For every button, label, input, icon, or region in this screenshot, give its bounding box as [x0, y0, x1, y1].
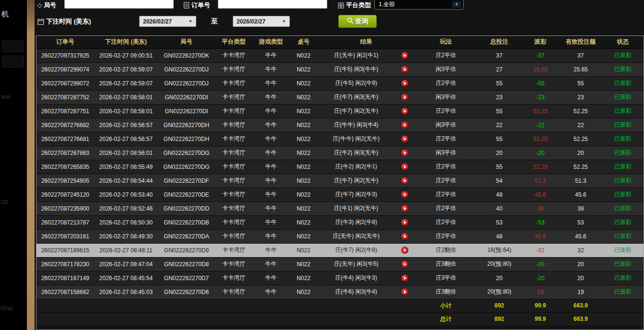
play-video-icon[interactable] — [401, 52, 408, 59]
table-row[interactable]: 260227087299072 2026-02-27 08:59:07 GN02… — [36, 76, 644, 90]
play-video-icon[interactable] — [401, 274, 408, 282]
table-row[interactable]: 260227097317925 2026-02-27 09:00:51 GN02… — [36, 48, 644, 62]
cell-order-id: 260227087245120 — [36, 188, 94, 201]
cell-status: 已派彩 — [602, 118, 644, 132]
play-video-icon[interactable] — [401, 135, 408, 142]
round-number-input[interactable] — [64, 0, 174, 9]
col-header-round-id: 局号 — [158, 36, 215, 48]
play-video-icon[interactable] — [401, 80, 408, 87]
cell-game-type: 牛牛 — [252, 76, 289, 90]
table-summary: 小计 892 99.9 663.9 总计 892 99.9 663.9 — [36, 299, 644, 326]
cell-play-video — [394, 118, 415, 132]
background-artifact: 牛M — [1, 94, 10, 101]
play-video-icon[interactable] — [401, 205, 408, 212]
table-row[interactable]: 260227087235900 2026-02-27 08:52:46 GN02… — [36, 201, 644, 215]
play-video-icon[interactable] — [401, 107, 408, 115]
cell-valid-bet: 52.25 — [559, 160, 602, 174]
cell-payout: -20 — [522, 257, 559, 271]
search-icon — [347, 17, 354, 25]
col-header-table-no: 桌号 — [289, 36, 318, 48]
cell-table-no: N022 — [289, 48, 318, 62]
table-row[interactable]: 260227087254905 2026-02-27 08:54:44 GN02… — [36, 174, 644, 188]
cell-bet-time: 2026-02-27 08:54:44 — [94, 174, 158, 188]
table-row[interactable]: 260227087267863 2026-02-27 08:56:01 GN02… — [36, 146, 644, 160]
cell-valid-bet: 52.25 — [559, 104, 602, 118]
play-video-icon[interactable] — [401, 233, 408, 240]
cell-bet-time: 2026-02-27 08:55:49 — [94, 160, 158, 174]
platform-type-select[interactable]: 1.全部 ▼ — [374, 0, 464, 10]
sidebar-menu-item[interactable] — [2, 40, 24, 52]
date-to-picker[interactable]: 2026/02/27 ▼ — [233, 16, 290, 27]
cell-result: 庄(牛3) 闲2(牛8) — [318, 215, 394, 229]
cell-table-no: N022 — [289, 271, 318, 285]
cell-result: 庄(牛7) 闲2(无牛) — [318, 174, 394, 188]
table-row[interactable]: 260227087189615 2026-02-27 08:48:11 GN02… — [36, 243, 644, 257]
play-video-icon[interactable] — [401, 66, 408, 73]
play-video-icon[interactable] — [401, 121, 408, 129]
cell-status: 已派彩 — [602, 285, 644, 299]
cell-bet-time: 2026-02-27 08:56:57 — [94, 118, 158, 132]
order-number-label: 订单号 — [183, 1, 210, 10]
cell-play-video — [394, 201, 415, 215]
chevron-down-icon: ▼ — [282, 19, 286, 24]
table-row[interactable]: 260227087158662 2026-02-27 08:45:03 GN02… — [36, 285, 644, 299]
cell-payout: 25.65 — [522, 62, 559, 76]
cell-total-bet: 55 — [477, 132, 522, 146]
col-header-game-type: 游戏类型 — [252, 36, 289, 48]
play-video-icon[interactable] — [401, 191, 408, 198]
cell-platform: 卡卡湾厅 — [215, 146, 252, 160]
play-video-icon[interactable] — [401, 260, 408, 268]
play-video-icon[interactable] — [401, 177, 408, 184]
cell-valid-bet: 22 — [559, 118, 602, 132]
cell-payout: 52.25 — [522, 160, 559, 174]
table-row[interactable]: 260227087287752 2026-02-27 08:58:01 GN02… — [36, 90, 644, 104]
table-row[interactable]: 260227087276682 2026-02-27 08:56:57 GN02… — [36, 118, 644, 132]
table-row[interactable]: 260227087178230 2026-02-27 08:47:04 GN02… — [36, 257, 644, 271]
cell-round-id: GN022262270DA — [158, 229, 215, 243]
date-from-picker[interactable]: 2026/02/27 ▼ — [139, 16, 196, 27]
table-row[interactable]: 260227087245120 2026-02-27 08:53:40 GN02… — [36, 188, 644, 201]
cell-platform: 卡卡湾厅 — [215, 174, 252, 188]
cell-total-bet: 40 — [477, 201, 522, 215]
play-video-icon[interactable] — [401, 94, 408, 101]
cell-round-id: GN022262270D8 — [158, 257, 215, 271]
cell-play-video — [394, 132, 415, 146]
cell-result: 庄(牛2) 闲2(牛1) — [318, 160, 394, 174]
table-row[interactable]: 260227087287751 2026-02-27 08:58:01 GN02… — [36, 104, 644, 118]
play-video-icon[interactable] — [401, 288, 408, 295]
table-row[interactable]: 260227087167149 2026-02-27 08:45:54 GN02… — [36, 271, 644, 285]
cell-play-video — [394, 243, 415, 257]
cell-round-id: GN022262270D9 — [158, 243, 215, 257]
cell-play-method: 庄2平倍 — [415, 229, 477, 243]
table-row[interactable]: 260227087213787 2026-02-27 08:50:30 GN02… — [36, 215, 644, 229]
date-from-value: 2026/02/27 — [143, 18, 172, 25]
cell-valid-bet: 53 — [559, 215, 602, 229]
cell-platform: 卡卡湾厅 — [215, 132, 252, 146]
table-row[interactable]: 260227087299074 2026-02-27 08:59:07 GN02… — [36, 62, 644, 76]
query-button[interactable]: 查询 — [338, 15, 377, 28]
cell-play-video — [394, 271, 415, 285]
calendar-icon — [37, 18, 44, 25]
cell-status: 已派彩 — [602, 76, 644, 90]
order-number-input[interactable] — [218, 0, 327, 9]
cell-status: 已派彩 — [602, 257, 644, 271]
table-row[interactable]: 260227087203161 2026-02-27 08:49:30 GN02… — [36, 229, 644, 243]
play-video-icon[interactable] — [401, 219, 408, 226]
cell-play-method: 庄2平倍 — [415, 201, 477, 215]
table-row[interactable]: 260227087265835 2026-02-27 08:55:49 GN02… — [36, 160, 644, 174]
col-header-order-id: 订单号 — [36, 36, 94, 48]
sidebar-menu-item[interactable] — [2, 56, 24, 68]
table-row[interactable]: 260227087276681 2026-02-27 08:56:57 GN02… — [36, 132, 644, 146]
diamond-icon: ◇ — [37, 2, 42, 9]
cell-payout: 51.3 — [522, 174, 559, 188]
col-header-total-bet: 总投注 — [477, 36, 522, 48]
cell-game-type: 牛牛 — [252, 257, 289, 271]
play-video-icon[interactable] — [401, 247, 408, 254]
cell-status: 已派彩 — [602, 243, 644, 257]
cell-bet-time: 2026-02-27 08:53:40 — [94, 188, 158, 201]
play-video-icon[interactable] — [401, 163, 408, 170]
cell-play-method: 庄3平倍 — [415, 271, 477, 285]
cell-play-video — [394, 229, 415, 243]
play-video-icon[interactable] — [401, 149, 408, 156]
cell-play-video — [394, 104, 415, 118]
